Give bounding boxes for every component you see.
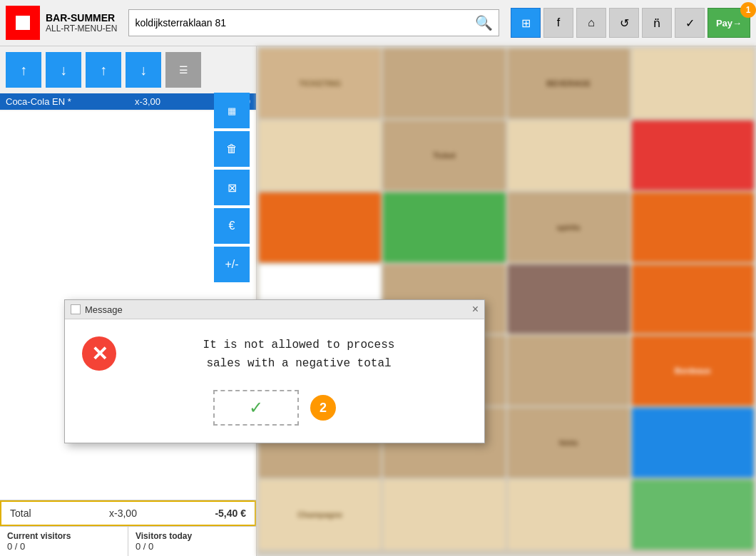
dialog-footer: ✓ 2 (65, 384, 484, 443)
badge-2: 2 (310, 395, 336, 421)
dialog-message: It is not allowed to process sales with … (131, 336, 467, 373)
dialog-title-text: Message (85, 304, 123, 315)
dialog-small-icon (71, 304, 81, 314)
dialog-overlay: Message × ✕ It is not allowed to process… (0, 0, 756, 556)
dialog-title-left: Message (71, 304, 123, 315)
error-icon: ✕ (82, 336, 116, 371)
dialog-titlebar: Message × (65, 300, 484, 319)
ok-button[interactable]: ✓ (213, 390, 299, 426)
dialog-close-button[interactable]: × (472, 303, 479, 316)
message-dialog: Message × ✕ It is not allowed to process… (64, 299, 485, 443)
dialog-body: ✕ It is not allowed to process sales wit… (65, 319, 484, 384)
